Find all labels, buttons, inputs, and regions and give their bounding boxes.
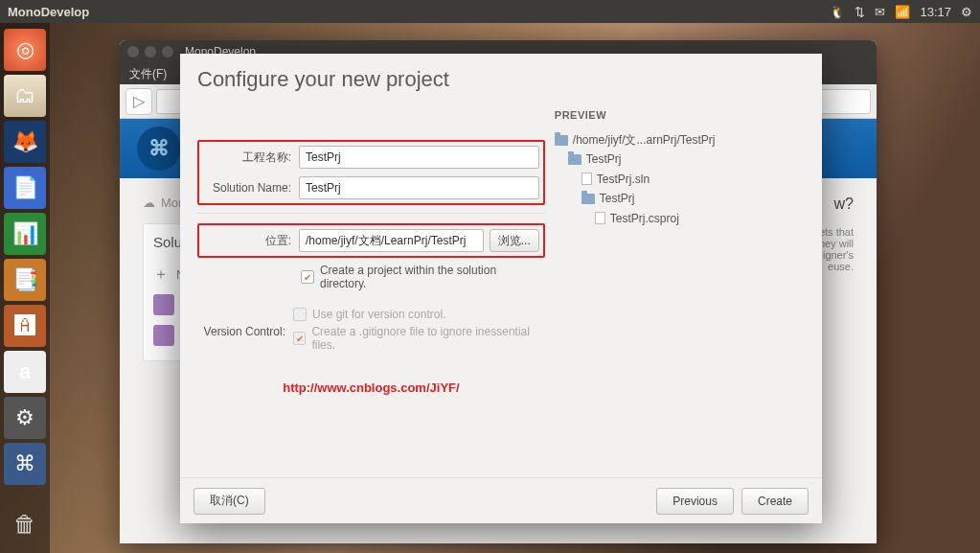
label-location: 位置: [203,233,299,249]
create-button[interactable]: Create [741,488,809,515]
previous-button[interactable]: Previous [656,488,734,515]
mail-icon[interactable]: ✉ [875,5,885,19]
clock[interactable]: 13:17 [920,5,951,19]
label-project-name: 工程名称: [203,150,299,166]
dialog-title: Configure your new project [197,67,805,92]
label-version-control: Version Control: [197,325,293,338]
solution-name-input[interactable] [299,176,539,199]
create-in-solution-row[interactable]: Create a project within the solution dir… [197,264,545,290]
project-icon [153,325,174,346]
file-icon [581,173,592,185]
checkbox-gitignore [293,332,306,345]
label-use-git: Use git for version control. [312,308,445,321]
preview-column: PREVIEW /home/jiyf/文...arnPrj/TestPrj Te… [555,105,805,477]
updown-icon[interactable]: ⇅ [855,5,865,19]
tree-csproj-file: TestPrj.csproj [555,209,805,228]
highlight-location: 位置: 浏览... [197,223,545,258]
window-min-icon[interactable] [145,46,156,58]
label-create-in-solution: Create a project within the solution dir… [320,264,545,290]
tree-project-folder: TestPrj [555,189,805,208]
new-project-dialog: Configure your new project 工程名称: Solutio… [180,54,822,523]
monodevelop-icon[interactable]: ⌘ [4,443,46,485]
tux-icon[interactable]: 🐧 [830,5,845,19]
menu-file[interactable]: 文件(F) [129,66,167,82]
amazon-icon[interactable]: a [4,351,46,393]
power-icon[interactable]: ⚙ [961,5,972,19]
label-solution-name: Solution Name: [203,181,299,195]
software-center-icon[interactable]: 🅰 [4,305,46,347]
system-tray: 🐧 ⇅ ✉ 📶 13:17 ⚙ [830,5,972,19]
browse-button[interactable]: 浏览... [490,229,539,252]
watermark-url: http://www.cnblogs.com/JiYF/ [197,380,545,395]
label-gitignore: Create a .gitignore file to ignore iness… [311,325,544,352]
run-button[interactable]: ▷ [125,88,152,115]
system-top-bar: MonoDevelop 🐧 ⇅ ✉ 📶 13:17 ⚙ [0,0,980,23]
project-name-input[interactable] [299,146,539,169]
tree-solution-folder: TestPrj [555,150,805,169]
active-app-title: MonoDevelop [8,5,89,19]
highlight-names: 工程名称: Solution Name: [197,140,545,205]
tree-root: /home/jiyf/文...arnPrj/TestPrj [555,130,805,150]
writer-icon[interactable]: 📄 [4,167,46,209]
window-max-icon[interactable] [162,46,173,58]
separator [197,213,545,214]
preview-tree: /home/jiyf/文...arnPrj/TestPrj TestPrj Te… [555,130,805,228]
cancel-button[interactable]: 取消(C) [194,488,265,515]
gitignore-row: Create a .gitignore file to ignore iness… [293,325,545,352]
settings-icon[interactable]: ⚙ [4,397,46,439]
files-icon[interactable]: 🗂 [4,75,46,117]
folder-icon [568,154,581,165]
dash-icon[interactable]: ◎ [4,29,46,71]
project-icon [153,294,174,315]
preview-heading: PREVIEW [555,109,805,121]
folder-icon [581,194,595,204]
file-icon [595,212,605,224]
trash-icon[interactable]: 🗑 [4,503,46,545]
calc-icon[interactable]: 📊 [4,213,46,255]
network-icon[interactable]: 📶 [895,5,910,19]
tree-sln-file: TestPrj.sln [555,170,805,189]
unity-launcher: ◎ 🗂 🦊 📄 📊 📑 🅰 a ⚙ ⌘ 🗑 [0,23,50,553]
checkbox-create-in-solution[interactable] [301,270,314,284]
dialog-footer: 取消(C) Previous Create [180,477,822,523]
window-close-icon[interactable] [127,46,139,58]
location-input[interactable] [299,229,484,252]
folder-icon [555,135,568,146]
checkbox-use-git [293,308,307,321]
firefox-icon[interactable]: 🦊 [4,121,46,163]
use-git-row: Use git for version control. [293,308,545,321]
dialog-header: Configure your new project [180,54,822,102]
impress-icon[interactable]: 📑 [4,259,46,301]
form-column: 工程名称: Solution Name: 位置: 浏览... Create [197,105,545,477]
monodevelop-logo-icon: ⌘ [137,127,181,171]
